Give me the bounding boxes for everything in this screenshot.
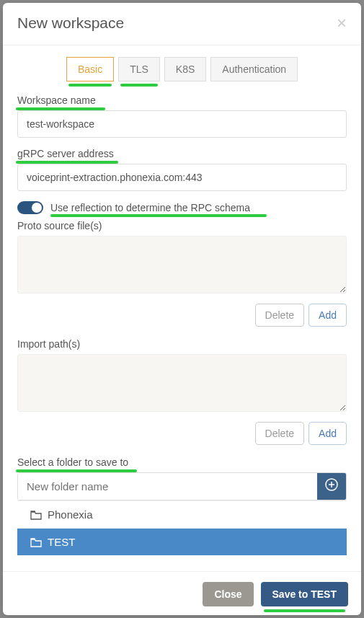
proto-source-label: Proto source file(s) [17, 220, 347, 231]
modal-header: New workspace × [3, 3, 361, 45]
highlight-underline [120, 84, 158, 87]
tab-label: Basic [78, 63, 102, 75]
tab-tls[interactable]: TLS [118, 57, 160, 81]
close-icon[interactable]: × [337, 14, 347, 32]
close-button[interactable]: Close [203, 582, 253, 606]
select-folder-label: Select a folder to save to [17, 456, 347, 468]
import-path-group: Import path(s) Delete Add [17, 338, 347, 445]
proto-delete-button[interactable]: Delete [255, 304, 304, 327]
new-folder-row [17, 472, 347, 500]
tab-k8s[interactable]: K8S [164, 57, 206, 81]
highlight-underline [50, 214, 267, 217]
proto-source-textarea[interactable] [17, 236, 347, 293]
proto-source-group: Proto source file(s) Delete Add [17, 220, 347, 327]
tab-basic[interactable]: Basic [66, 57, 114, 81]
workspace-name-label: Workspace name [17, 94, 347, 106]
import-path-textarea[interactable] [17, 354, 347, 412]
folder-item-phonexia[interactable]: Phonexia [17, 500, 347, 528]
modal-footer: Close Save to TEST [3, 571, 361, 615]
select-folder-group: Select a folder to save to Phonexia [17, 456, 347, 555]
highlight-underline [68, 84, 112, 87]
reflection-label: Use reflection to determine the RPC sche… [50, 202, 250, 213]
import-add-button[interactable]: Add [308, 422, 347, 445]
import-path-label: Import path(s) [17, 338, 347, 350]
modal-title: New workspace [17, 14, 124, 32]
folder-item-label: Phonexia [48, 508, 93, 521]
tab-label: TLS [130, 63, 148, 75]
save-button-label: Save to TEST [272, 588, 337, 600]
workspace-name-input[interactable] [17, 110, 347, 138]
tab-authentication[interactable]: Authentication [210, 57, 298, 81]
highlight-underline [16, 107, 105, 110]
proto-add-button[interactable]: Add [308, 304, 347, 327]
highlight-underline [16, 161, 118, 164]
reflection-toggle[interactable] [17, 201, 43, 214]
folder-icon [30, 510, 42, 520]
add-folder-button[interactable] [317, 473, 346, 500]
highlight-underline [16, 469, 137, 472]
import-delete-button[interactable]: Delete [255, 422, 304, 445]
plus-circle-icon [325, 478, 338, 495]
tab-label: Authentication [222, 63, 286, 75]
folder-icon [30, 537, 42, 547]
new-folder-input[interactable] [18, 473, 317, 500]
proto-buttons: Delete Add [17, 304, 347, 327]
import-buttons: Delete Add [17, 422, 347, 445]
modal-body: Basic TLS K8S Authentication Workspace n… [3, 45, 361, 571]
folder-item-label: TEST [48, 536, 75, 548]
folder-list: Phonexia TEST [17, 500, 347, 555]
workspace-name-group: Workspace name [17, 94, 347, 138]
tab-label: K8S [176, 63, 195, 75]
save-button[interactable]: Save to TEST [261, 582, 348, 606]
highlight-underline [264, 609, 345, 612]
grpc-address-label: gRPC server address [17, 148, 347, 159]
grpc-address-group: gRPC server address [17, 148, 347, 191]
folder-item-test[interactable]: TEST [17, 528, 347, 555]
tab-bar: Basic TLS K8S Authentication [17, 57, 347, 81]
grpc-address-input[interactable] [17, 164, 347, 191]
reflection-toggle-row: Use reflection to determine the RPC sche… [17, 201, 347, 214]
new-workspace-modal: New workspace × Basic TLS K8S Authentica… [3, 3, 361, 615]
